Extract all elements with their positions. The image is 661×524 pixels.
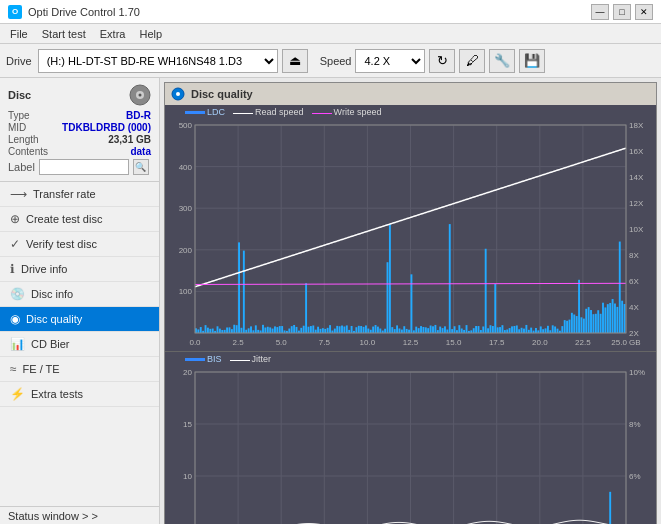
sidebar-item-verify-test-disc[interactable]: ✓ Verify test disc [0, 232, 159, 257]
disc-quality-panel: Disc quality LDC Read speed [164, 82, 657, 524]
length-label: Length [8, 134, 39, 145]
create-test-disc-icon: ⊕ [10, 212, 20, 226]
sidebar: Disc Type BD-R MID TDKBLDRBD (000) Lengt… [0, 78, 160, 524]
drive-info-icon: ℹ [10, 262, 15, 276]
disc-header-text: Disc [8, 89, 31, 101]
sidebar-item-transfer-rate[interactable]: ⟶ Transfer rate [0, 182, 159, 207]
label-input[interactable] [39, 159, 129, 175]
tool1-button[interactable]: 🖊 [459, 49, 485, 73]
menu-file[interactable]: File [4, 27, 34, 41]
sidebar-item-fe-te[interactable]: ≈ FE / TE [0, 357, 159, 382]
contents-label: Contents [8, 146, 48, 157]
cd-bier-icon: 📊 [10, 337, 25, 351]
dq-icon [171, 87, 185, 101]
fe-te-label: FE / TE [23, 363, 60, 375]
transfer-rate-label: Transfer rate [33, 188, 96, 200]
upper-legend: LDC Read speed Write speed [185, 107, 381, 117]
mid-value: TDKBLDRBD (000) [62, 122, 151, 133]
verify-test-disc-icon: ✓ [10, 237, 20, 251]
menu-start-test[interactable]: Start test [36, 27, 92, 41]
dq-header: Disc quality [165, 83, 656, 105]
transfer-rate-icon: ⟶ [10, 187, 27, 201]
disc-quality-label: Disc quality [26, 313, 82, 325]
label-icon-btn[interactable]: 🔍 [133, 159, 149, 175]
eject-button[interactable]: ⏏ [282, 49, 308, 73]
mid-label: MID [8, 122, 26, 133]
create-test-disc-label: Create test disc [26, 213, 102, 225]
speed-label: Speed [320, 55, 352, 67]
cd-bier-label: CD Bier [31, 338, 70, 350]
status-window-button[interactable]: Status window > > [0, 506, 159, 524]
app-title: Opti Drive Control 1.70 [28, 6, 140, 18]
sidebar-item-disc-info[interactable]: 💿 Disc info [0, 282, 159, 307]
sidebar-item-create-test-disc[interactable]: ⊕ Create test disc [0, 207, 159, 232]
upper-chart [165, 105, 656, 351]
status-window-label: Status window > > [8, 510, 98, 522]
sidebar-item-drive-info[interactable]: ℹ Drive info [0, 257, 159, 282]
save-button[interactable]: 💾 [519, 49, 545, 73]
menu-help[interactable]: Help [133, 27, 168, 41]
type-value: BD-R [126, 110, 151, 121]
speed-select[interactable]: 4.2 X [355, 49, 425, 73]
svg-point-4 [176, 92, 180, 96]
drive-info-label: Drive info [21, 263, 67, 275]
sidebar-item-disc-quality[interactable]: ◉ Disc quality [0, 307, 159, 332]
app-icon: O [8, 5, 22, 19]
lower-legend: BIS Jitter [185, 354, 271, 364]
main-area: Disc Type BD-R MID TDKBLDRBD (000) Lengt… [0, 78, 661, 524]
nav-items-container: ⟶ Transfer rate ⊕ Create test disc ✓ Ver… [0, 182, 159, 407]
extra-tests-label: Extra tests [31, 388, 83, 400]
verify-test-disc-label: Verify test disc [26, 238, 97, 250]
contents-value[interactable]: data [130, 146, 151, 157]
lower-chart [165, 352, 656, 524]
disc-quality-icon: ◉ [10, 312, 20, 326]
close-button[interactable]: ✕ [635, 4, 653, 20]
refresh-button[interactable]: ↻ [429, 49, 455, 73]
drive-label: Drive [6, 55, 32, 67]
menu-bar: File Start test Extra Help [0, 24, 661, 44]
disc-info-icon: 💿 [10, 287, 25, 301]
length-value: 23,31 GB [108, 134, 151, 145]
fe-te-icon: ≈ [10, 362, 17, 376]
extra-tests-icon: ⚡ [10, 387, 25, 401]
disc-icon [129, 84, 151, 106]
sidebar-item-cd-bier[interactable]: 📊 CD Bier [0, 332, 159, 357]
toolbar: Drive (H:) HL-DT-ST BD-RE WH16NS48 1.D3 … [0, 44, 661, 78]
tool2-button[interactable]: 🔧 [489, 49, 515, 73]
sidebar-item-extra-tests[interactable]: ⚡ Extra tests [0, 382, 159, 407]
disc-panel: Disc Type BD-R MID TDKBLDRBD (000) Lengt… [0, 78, 159, 182]
svg-point-2 [139, 94, 142, 97]
drive-select[interactable]: (H:) HL-DT-ST BD-RE WH16NS48 1.D3 [38, 49, 278, 73]
title-bar: O Opti Drive Control 1.70 — □ ✕ [0, 0, 661, 24]
minimize-button[interactable]: — [591, 4, 609, 20]
menu-extra[interactable]: Extra [94, 27, 132, 41]
content-area: Disc quality LDC Read speed [160, 78, 661, 524]
maximize-button[interactable]: □ [613, 4, 631, 20]
label-label: Label [8, 161, 35, 173]
dq-title: Disc quality [191, 88, 253, 100]
disc-info-label: Disc info [31, 288, 73, 300]
type-label: Type [8, 110, 30, 121]
